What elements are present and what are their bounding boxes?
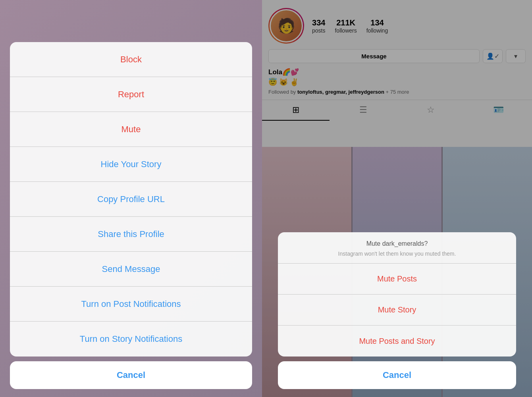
mute-header: Mute dark_emeralds? Instagram won't let …	[278, 232, 516, 264]
mute-story-button[interactable]: Mute Story	[278, 295, 516, 326]
mute-posts-button[interactable]: Mute Posts	[278, 264, 516, 295]
block-button[interactable]: Block	[10, 42, 252, 77]
left-modal-container: Block Report Mute Hide Your Story Copy P…	[0, 0, 262, 397]
left-panel: Block Report Mute Hide Your Story Copy P…	[0, 0, 262, 397]
report-button[interactable]: Report	[10, 77, 252, 112]
mute-subtitle: Instagram won't let them know you muted …	[284, 251, 510, 257]
mute-dialog: Mute dark_emeralds? Instagram won't let …	[278, 232, 516, 389]
mute-posts-and-story-button[interactable]: Mute Posts and Story	[278, 326, 516, 357]
copy-profile-url-button[interactable]: Copy Profile URL	[10, 182, 252, 217]
mute-title: Mute dark_emeralds?	[284, 240, 510, 247]
action-sheet: Block Report Mute Hide Your Story Copy P…	[10, 42, 252, 357]
share-profile-button[interactable]: Share this Profile	[10, 217, 252, 252]
hide-your-story-button[interactable]: Hide Your Story	[10, 147, 252, 182]
right-content: 🧑 334 posts 211K followers 134 following	[262, 0, 532, 397]
send-message-button[interactable]: Send Message	[10, 252, 252, 287]
left-cancel-button[interactable]: Cancel	[10, 361, 252, 389]
mute-sheet: Mute dark_emeralds? Instagram won't let …	[278, 232, 516, 357]
right-panel: 🧑 334 posts 211K followers 134 following	[262, 0, 532, 397]
turn-on-story-notifications-button[interactable]: Turn on Story Notifications	[10, 322, 252, 357]
right-cancel-button[interactable]: Cancel	[278, 361, 516, 389]
turn-on-post-notifications-button[interactable]: Turn on Post Notifications	[10, 287, 252, 322]
mute-button[interactable]: Mute	[10, 112, 252, 147]
